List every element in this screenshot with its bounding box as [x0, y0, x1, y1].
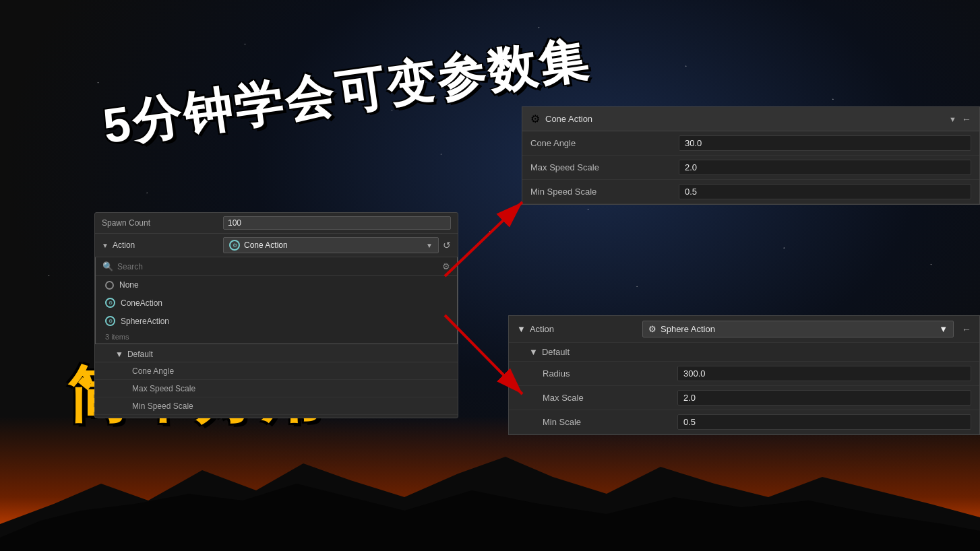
item-cone-label: ConeAction: [121, 298, 162, 308]
sphere-action-text: Action: [530, 324, 554, 334]
min-speed-prop-value[interactable]: 0.5: [679, 184, 971, 199]
sphere-panel-title: Sphere Action: [661, 324, 715, 334]
min-scale-prop: Min Scale 0.5: [509, 410, 979, 434]
radius-label: Radius: [543, 368, 677, 379]
sphere-action-header: ▼ Action ⚙ Sphere Action ▼ ←: [509, 316, 979, 343]
sphere-chevron-icon: ▼: [939, 324, 948, 334]
search-row: 🔍 ⚙: [96, 257, 457, 276]
chevron-down-icon: ▼: [426, 242, 433, 249]
min-speed-prop: Min Speed Scale 0.5: [522, 180, 979, 204]
min-speed-label: Min Speed Scale: [132, 401, 226, 411]
max-scale-prop: Max Scale 2.0: [509, 386, 979, 410]
sphere-icon: ⚙: [105, 316, 115, 326]
cone-panel-chevron[interactable]: ▼: [949, 115, 956, 123]
min-scale-label: Min Scale: [543, 417, 677, 427]
max-speed-prop: Max Speed Scale 2.0: [522, 156, 979, 180]
sphere-default-header: ▼ Default: [509, 343, 979, 362]
spawn-count-label: Spawn Count: [102, 218, 223, 228]
spawn-count-value: 100: [223, 216, 451, 230]
min-speed-row: Min Speed Scale: [95, 397, 458, 415]
cone-icon: ⚙: [105, 298, 115, 308]
search-input[interactable]: [117, 262, 438, 271]
dropdown-item-none[interactable]: None: [96, 276, 457, 294]
item-none-label: None: [119, 280, 139, 290]
cone-angle-prop-value[interactable]: 30.0: [679, 135, 971, 151]
sphere-action-label: ▼ Action: [517, 324, 638, 334]
sphere-default-label: Default: [542, 347, 570, 357]
max-speed-row: Max Speed Scale: [95, 380, 458, 397]
radio-none: [105, 281, 114, 290]
cone-panel-icon: ⚙: [530, 112, 540, 125]
search-icon: 🔍: [102, 261, 113, 271]
action-label-text: Action: [113, 240, 135, 250]
default-section: ▼ Default Cone Angle Max Speed Scale Min…: [95, 344, 458, 418]
max-speed-prop-value[interactable]: 2.0: [679, 160, 971, 175]
dropdown-popup: 🔍 ⚙ None ⚙ ConeAction ⚙ SphereAction 3 i…: [95, 257, 458, 344]
settings-icon[interactable]: ⚙: [442, 261, 450, 271]
right-bottom-panel: ▼ Action ⚙ Sphere Action ▼ ← ▼ Default R…: [508, 315, 980, 435]
item-sphere-label: SphereAction: [121, 317, 169, 326]
left-panel: Spawn Count 100 ▼ Action ⚙ Cone Action ▼…: [94, 212, 458, 418]
max-scale-label: Max Scale: [543, 393, 677, 403]
sphere-panel-icon: ⚙: [648, 324, 656, 334]
reset-button[interactable]: ↺: [443, 240, 451, 251]
spawn-count-row: Spawn Count 100: [95, 213, 458, 234]
cone-angle-prop-label: Cone Angle: [530, 138, 679, 148]
cone-action-icon: ⚙: [229, 240, 240, 251]
max-scale-value[interactable]: 2.0: [677, 390, 971, 406]
radius-prop: Radius 300.0: [509, 362, 979, 386]
sphere-reset-btn[interactable]: ←: [962, 324, 971, 335]
radius-value[interactable]: 300.0: [677, 366, 971, 381]
cone-angle-row: Cone Angle: [95, 362, 458, 380]
action-dropdown-value: Cone Action: [244, 240, 288, 250]
max-speed-label: Max Speed Scale: [132, 384, 226, 393]
cone-panel-header: ⚙ Cone Action ▼ ←: [522, 107, 979, 131]
dropdown-item-sphere[interactable]: ⚙ SphereAction: [96, 312, 457, 330]
min-speed-prop-label: Min Speed Scale: [530, 187, 679, 197]
cone-angle-label: Cone Angle: [132, 366, 226, 376]
default-header: ▼ Default: [95, 347, 458, 362]
action-label: ▼ Action: [102, 240, 223, 250]
cone-panel-title: Cone Action: [545, 114, 944, 124]
triangle-icon: ▼: [102, 242, 109, 249]
sphere-dropdown-btn[interactable]: ⚙ Sphere Action ▼: [642, 321, 954, 337]
cone-angle-prop: Cone Angle 30.0: [522, 131, 979, 156]
cone-panel-reset[interactable]: ←: [962, 114, 971, 125]
max-speed-prop-label: Max Speed Scale: [530, 162, 679, 172]
right-top-panel: ⚙ Cone Action ▼ ← Cone Angle 30.0 Max Sp…: [522, 106, 980, 205]
triangle-sphere-default: ▼: [529, 347, 538, 357]
action-row: ▼ Action ⚙ Cone Action ▼ ↺: [95, 234, 458, 257]
action-dropdown-button[interactable]: ⚙ Cone Action ▼: [223, 237, 439, 253]
dropdown-item-cone[interactable]: ⚙ ConeAction: [96, 294, 457, 312]
min-scale-value[interactable]: 0.5: [677, 414, 971, 430]
items-count: 3 items: [96, 330, 457, 344]
triangle-default: ▼: [115, 350, 123, 359]
default-label: Default: [127, 350, 153, 359]
triangle-sphere: ▼: [517, 324, 526, 334]
mountain-silhouette: [0, 443, 980, 551]
